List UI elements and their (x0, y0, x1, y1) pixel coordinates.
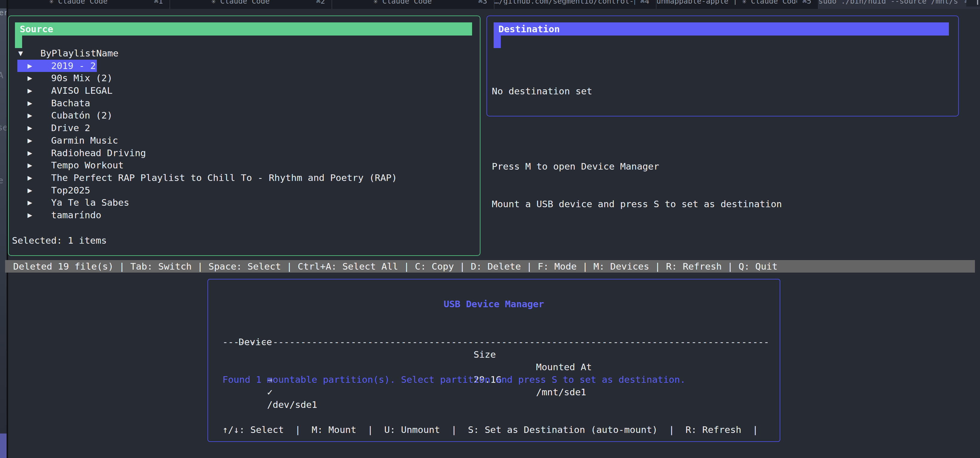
tree-item-label: Bachata (51, 97, 90, 109)
mounted-check-icon: ✓ (267, 387, 273, 398)
chevron-collapsed-icon[interactable]: ▶ (27, 184, 32, 197)
tree-item-label: AVISO LEGAL (51, 84, 112, 97)
new-tab-icon (969, 0, 978, 5)
column-mounted-at: Mounted At (536, 361, 592, 373)
tree-item-label: Drive 2 (51, 122, 90, 134)
tab-sudo-huid-active[interactable]: sudo ./bin/huid --source /mnt/storag… ⌘6 (819, 0, 980, 9)
tree-item-2019-2[interactable]: ▶ 2019 - 2 (8, 60, 479, 72)
tree-item-ya-te-la-sabes[interactable]: ▶ Ya Te la Sabes (8, 197, 479, 209)
tree-item-radiohead-driving[interactable]: ▶ Radiohead Driving (8, 147, 479, 159)
destination-message: No destination set Press M to open Devic… (492, 60, 782, 235)
dialog-help-text: ↑/↓: Select | M: Mount | U: Unmount | S:… (223, 398, 758, 458)
tab-claude-code-2[interactable]: ✳ Claude Code ⌘2 (170, 0, 332, 9)
table-separator: ----------------------------------------… (223, 336, 769, 348)
source-panel-title: Source (20, 24, 53, 34)
tree-item-bachata[interactable]: ▶ Bachata (8, 97, 479, 109)
chevron-expanded-icon[interactable]: ▼ (18, 47, 23, 60)
selection-count: Selected: 1 items (12, 234, 107, 247)
tab-title: sudo ./bin/huid --source /mnt/storag… (819, 0, 959, 5)
chevron-collapsed-icon[interactable]: ▶ (27, 147, 32, 159)
tab-title: ✳ Claude Code (170, 0, 310, 5)
no-destination-text: No destination set (492, 85, 782, 97)
destination-hint-1: Press M to open Device Manager (492, 160, 782, 173)
tree-item-label: Top2025 (51, 184, 90, 197)
source-panel-header-tail (15, 35, 22, 48)
destination-panel-title: Destination (498, 24, 560, 34)
left-window-edge-accent (0, 434, 6, 458)
chevron-collapsed-icon[interactable]: ▶ (27, 134, 32, 147)
tree-item-label: tamaríndo (51, 209, 101, 222)
chevron-collapsed-icon[interactable]: ▶ (27, 97, 32, 109)
tree-item-cubaton[interactable]: ▶ Cubatón (2) (8, 109, 479, 122)
usb-device-manager-dialog: USB Device Manager Device Size Mounted A… (207, 279, 780, 442)
chevron-collapsed-icon[interactable]: ▶ (27, 197, 32, 209)
tree-item-label: Garmin Music (51, 134, 118, 147)
left-edge-text-fragment: e (0, 177, 3, 184)
tab-shortcut: ⌘1 (154, 0, 163, 5)
left-edge-text-fragment: A (0, 72, 3, 79)
new-tab-button-area[interactable] (966, 0, 980, 6)
tree-item-tempo-workout[interactable]: ▶ Tempo Workout (8, 159, 479, 172)
destination-hint-2: Mount a USB device and press S to set as… (492, 198, 782, 210)
chevron-collapsed-icon[interactable]: ▶ (27, 109, 32, 122)
tree-item-drive-2[interactable]: ▶ Drive 2 (8, 122, 479, 134)
tree-item-tamarindo[interactable]: ▶ tamaríndo (8, 209, 479, 222)
left-window-edge: er A se e (0, 0, 6, 458)
tree-item-perfect-rap-playlist[interactable]: ▶ The Perfect RAP Playlist to Chill To -… (8, 172, 479, 184)
tree-item-label: The Perfect RAP Playlist to Chill To - R… (51, 172, 397, 184)
tree-root-label: ByPlaylistName (40, 47, 118, 60)
tab-shortcut: ⌘2 (316, 0, 325, 5)
tab-shortcut: ⌘3 (478, 0, 487, 5)
tab-shortcut: ⌘5 (802, 0, 811, 5)
tree-item-label: Ya Te la Sabes (51, 197, 129, 209)
tab-claude-code-3[interactable]: ✳ Claude Code ⌘3 (332, 0, 494, 9)
tab-title: …/github.com/segmentio/control-pla… (495, 0, 635, 5)
left-edge-text-fragment: se (0, 124, 6, 132)
dialog-help-line-1: ↑/↓: Select | M: Mount | U: Unmount | S:… (223, 423, 758, 436)
chevron-collapsed-icon[interactable]: ▶ (27, 159, 32, 172)
left-edge-text-fragment: er (0, 9, 6, 16)
tree-item-garmin-music[interactable]: ▶ Garmin Music (8, 134, 479, 147)
tab-title: ✳ Claude Code (332, 0, 473, 5)
terminal-tab-bar: ✳ Claude Code ⌘1 ✳ Claude Code ⌘2 ✳ Clau… (8, 0, 980, 9)
tree-item-top2025[interactable]: ▶ Top2025 (8, 184, 479, 197)
chevron-collapsed-icon[interactable]: ▶ (27, 172, 32, 184)
column-size: Size (474, 348, 496, 361)
tab-title: ✳ Claude Code (8, 0, 149, 5)
chevron-collapsed-icon[interactable]: ▶ (27, 209, 32, 222)
tab-github-control-plane[interactable]: …/github.com/segmentio/control-pla… ⌘4 (495, 0, 657, 9)
chevron-collapsed-icon[interactable]: ▶ (27, 72, 32, 84)
tree-item-aviso-legal[interactable]: ▶ AVISO LEGAL (8, 84, 479, 97)
left-window-edge-top (0, 0, 6, 8)
tree-item-label: 90s Mix (2) (51, 72, 112, 84)
dialog-title: USB Device Manager (208, 298, 780, 310)
tab-claude-code-1[interactable]: ✳ Claude Code ⌘1 (8, 0, 170, 9)
tree-item-90s-mix[interactable]: ▶ 90s Mix (2) (8, 72, 479, 84)
tab-title: unmappable-apple | ✳ Claude Code (657, 0, 797, 5)
tab-shortcut: ⌘4 (640, 0, 649, 5)
tree-item-label: Cubatón (2) (51, 109, 112, 122)
tree-root-byplaylistname[interactable]: ▼ ByPlaylistName (8, 47, 479, 60)
status-bar: Deleted 19 file(s) | Tab: Switch | Space… (5, 260, 975, 273)
chevron-collapsed-icon[interactable]: ▶ (27, 60, 32, 72)
destination-panel-header: Destination (493, 22, 949, 35)
tree-item-label: Radiohead Driving (51, 147, 146, 159)
chevron-collapsed-icon[interactable]: ▶ (27, 84, 32, 97)
playlist-tree: ▼ ByPlaylistName ▶ 2019 - 2 ▶ 90s Mix (2… (8, 47, 479, 222)
terminal-screen: er A se e ✳ Claude Code ⌘1 ✳ Claude Code… (0, 0, 980, 458)
dialog-info-text: Found 1 mountable partition(s). Select p… (223, 373, 686, 386)
device-mount-point: /mnt/sde1 (536, 386, 586, 398)
tree-item-label: 2019 - 2 (51, 60, 95, 72)
source-panel-header: Source (15, 22, 472, 35)
destination-panel-header-tail (493, 35, 501, 48)
chevron-collapsed-icon[interactable]: ▶ (27, 122, 32, 134)
tree-item-label: Tempo Workout (51, 159, 124, 172)
tab-unmappable-apple[interactable]: unmappable-apple | ✳ Claude Code ⌘5 (657, 0, 819, 9)
